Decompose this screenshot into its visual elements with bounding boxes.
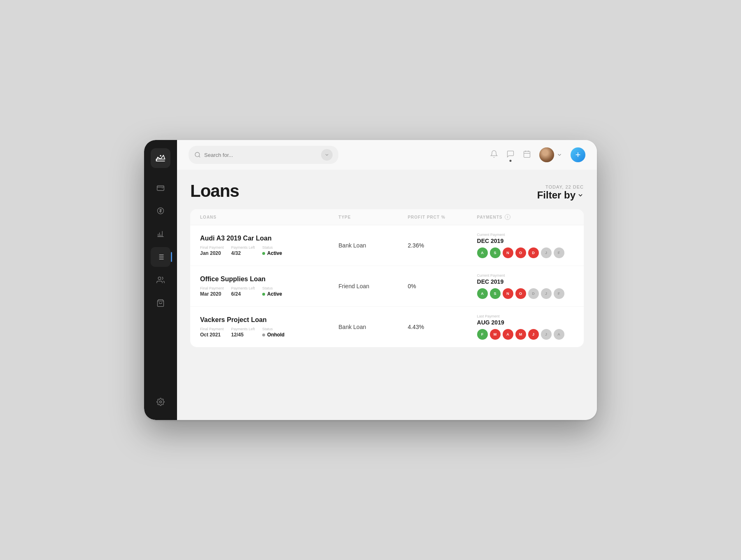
table-row: Vackers Project Loan Final Payment Oct 2… [190, 307, 584, 347]
svg-point-0 [160, 155, 161, 156]
col-header-type: TYPE [338, 214, 408, 220]
svg-line-7 [199, 156, 200, 157]
sidebar [144, 140, 177, 420]
payment-dot-A2-3: A [554, 329, 564, 340]
notifications-icon[interactable] [490, 150, 498, 160]
svg-point-5 [160, 401, 162, 403]
sidebar-item-dollar[interactable] [151, 201, 170, 221]
payment-dot-N-1: N [503, 247, 513, 258]
svg-point-3 [158, 277, 161, 280]
page-header: Loans TODAY, 22 DEC Filter by [190, 181, 584, 201]
payment-period-label-1: Current Payment [477, 233, 574, 237]
status-2: Status Active [262, 286, 282, 297]
status-1: Status Active [262, 245, 282, 256]
status-label-1: Status [262, 245, 282, 250]
calendar-icon[interactable] [523, 150, 531, 160]
loan-meta-2: Final Payment Mar 2020 Payments Left 6/2… [200, 286, 338, 297]
payment-info-2: Current Payment DEC 2019 A S N O D J F [477, 273, 574, 299]
message-dot [510, 160, 512, 162]
payment-dot-O-1: O [515, 247, 526, 258]
payment-dot-S-2: S [490, 288, 501, 299]
loan-meta-1: Final Payment Jan 2020 Payments Left 4/3… [200, 245, 338, 256]
payment-period-label-3: Last Payment [477, 314, 574, 318]
loan-type-2: Friend Loan [338, 283, 408, 289]
search-bar[interactable] [189, 146, 338, 164]
payments-left-label-1: Payments Left [231, 245, 255, 250]
crown-icon [155, 152, 166, 164]
filter-chevron-icon [577, 192, 584, 198]
col-header-profit: PROFIT PRCT % [408, 214, 477, 220]
status-value-3: Onhold [262, 332, 284, 338]
final-payment-value-3: Oct 2021 [200, 332, 224, 338]
status-label-2: Status [262, 286, 282, 290]
sidebar-item-loans[interactable] [151, 247, 170, 267]
col-header-payments: PAYMENTS i [477, 214, 574, 220]
loan-name-3: Vackers Project Loan [200, 316, 338, 324]
status-3: Status Onhold [262, 327, 284, 338]
payment-dot-A-2: A [477, 288, 488, 299]
payments-left-value-2: 6/24 [231, 291, 255, 297]
profit-pct-1: 2.36% [408, 242, 477, 249]
payment-dot-D-2: D [528, 288, 539, 299]
payment-dot-F-3: F [477, 329, 488, 340]
payment-dot-F-1: F [554, 247, 564, 258]
page-title: Loans [190, 181, 239, 201]
svg-rect-1 [157, 186, 164, 191]
final-payment-1: Final Payment Jan 2020 [200, 245, 224, 256]
loan-details-2: Office Supplies Loan Final Payment Mar 2… [200, 275, 338, 297]
svg-point-6 [195, 152, 200, 157]
payment-dot-J1-2: J [541, 288, 552, 299]
payment-dot-J1-1: J [541, 247, 552, 258]
status-value-1: Active [262, 250, 282, 256]
search-dropdown-button[interactable] [321, 149, 333, 161]
payment-dots-2: A S N O D J F [477, 288, 574, 299]
payments-left-value-3: 12/45 [231, 332, 255, 338]
page-content: Loans TODAY, 22 DEC Filter by LOANS TY [177, 170, 597, 420]
table-row: Audi A3 2019 Car Loan Final Payment Jan … [190, 225, 584, 266]
payment-date-2: DEC 2019 [477, 278, 574, 285]
status-value-2: Active [262, 291, 282, 297]
filter-by-button[interactable]: Filter by [537, 189, 584, 201]
bell-icon [490, 150, 498, 158]
payment-dot-F-2: F [554, 288, 564, 299]
payment-dot-N-2: N [503, 288, 513, 299]
final-payment-value-1: Jan 2020 [200, 250, 224, 256]
settings-icon [156, 398, 165, 406]
final-payment-label-2: Final Payment [200, 286, 224, 290]
payment-info-1: Current Payment DEC 2019 A S N O D J F [477, 233, 574, 258]
sidebar-item-settings[interactable] [151, 392, 170, 412]
loans-table-container: LOANS TYPE PROFIT PRCT % PAYMENTS i Audi… [190, 209, 584, 412]
payments-info-icon[interactable]: i [505, 214, 510, 220]
payment-dot-J2-3: J [541, 329, 552, 340]
loan-type-3: Bank Loan [338, 324, 408, 330]
loan-name-1: Audi A3 2019 Car Loan [200, 235, 338, 242]
profit-pct-2: 0% [408, 283, 477, 289]
chart-icon [156, 230, 165, 238]
loan-meta-3: Final Payment Oct 2021 Payments Left 12/… [200, 327, 338, 338]
user-avatar-group[interactable] [539, 147, 562, 162]
table-row: Office Supplies Loan Final Payment Mar 2… [190, 266, 584, 307]
add-button[interactable]: + [571, 147, 585, 162]
calendar-icon-svg [523, 150, 531, 158]
list-icon [156, 253, 165, 261]
sidebar-item-bag[interactable] [151, 293, 170, 313]
sidebar-logo [151, 148, 170, 168]
search-input[interactable] [204, 152, 318, 158]
payments-left-label-2: Payments Left [231, 286, 255, 290]
status-dot-1 [262, 252, 265, 255]
people-icon [156, 276, 165, 284]
page-header-right: TODAY, 22 DEC Filter by [537, 184, 584, 201]
messages-icon[interactable] [506, 150, 515, 160]
wallet-icon [156, 184, 165, 192]
sidebar-item-people[interactable] [151, 270, 170, 290]
sidebar-item-chart[interactable] [151, 224, 170, 244]
payments-left-2: Payments Left 6/24 [231, 286, 255, 297]
loan-details-3: Vackers Project Loan Final Payment Oct 2… [200, 316, 338, 338]
payments-left-3: Payments Left 12/45 [231, 327, 255, 338]
payment-dot-S-1: S [490, 247, 501, 258]
search-icon [194, 152, 201, 158]
avatar-chevron-icon [557, 152, 562, 158]
loan-details-1: Audi A3 2019 Car Loan Final Payment Jan … [200, 235, 338, 256]
sidebar-item-wallet[interactable] [151, 178, 170, 198]
status-dot-3 [262, 334, 265, 336]
